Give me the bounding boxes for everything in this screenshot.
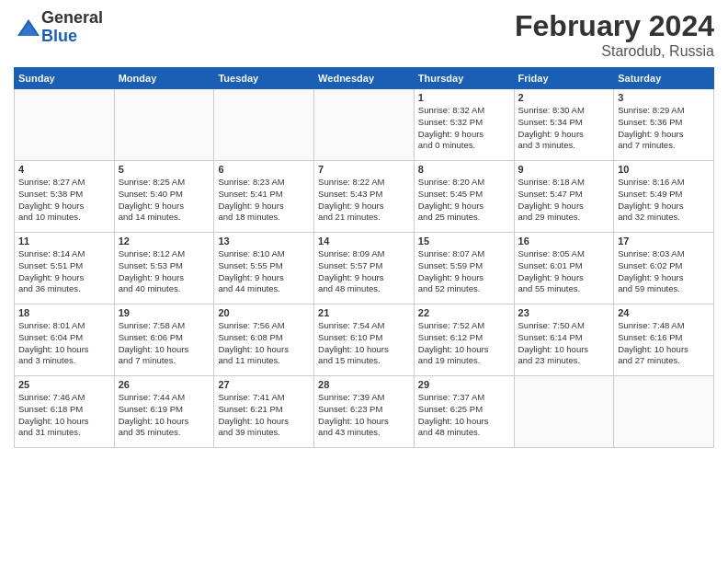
calendar-cell: 4Sunrise: 8:27 AM Sunset: 5:38 PM Daylig…	[15, 161, 115, 233]
day-number: 19	[119, 307, 210, 318]
day-info: Sunrise: 8:30 AM Sunset: 5:34 PM Dayligh…	[518, 105, 610, 152]
week-row-2: 11Sunrise: 8:14 AM Sunset: 5:51 PM Dayli…	[15, 233, 714, 304]
day-info: Sunrise: 8:25 AM Sunset: 5:40 PM Dayligh…	[119, 177, 210, 224]
day-info: Sunrise: 8:27 AM Sunset: 5:38 PM Dayligh…	[18, 177, 110, 224]
calendar-cell: 1Sunrise: 8:32 AM Sunset: 5:32 PM Daylig…	[414, 89, 514, 161]
day-info: Sunrise: 8:23 AM Sunset: 5:41 PM Dayligh…	[218, 177, 310, 224]
calendar-cell: 23Sunrise: 7:50 AM Sunset: 6:14 PM Dayli…	[514, 304, 614, 376]
day-number: 29	[418, 379, 510, 390]
day-info: Sunrise: 7:44 AM Sunset: 6:19 PM Dayligh…	[119, 392, 210, 439]
day-number: 20	[218, 307, 310, 318]
week-row-1: 4Sunrise: 8:27 AM Sunset: 5:38 PM Daylig…	[15, 161, 714, 233]
day-info: Sunrise: 7:54 AM Sunset: 6:10 PM Dayligh…	[318, 320, 410, 367]
weekday-header-wednesday: Wednesday	[314, 68, 415, 89]
day-info: Sunrise: 8:01 AM Sunset: 6:04 PM Dayligh…	[18, 320, 110, 367]
day-info: Sunrise: 7:52 AM Sunset: 6:12 PM Dayligh…	[418, 320, 510, 367]
day-info: Sunrise: 8:09 AM Sunset: 5:57 PM Dayligh…	[318, 248, 410, 295]
day-info: Sunrise: 7:37 AM Sunset: 6:25 PM Dayligh…	[418, 392, 510, 439]
calendar-cell: 27Sunrise: 7:41 AM Sunset: 6:21 PM Dayli…	[214, 376, 314, 448]
day-info: Sunrise: 8:12 AM Sunset: 5:53 PM Dayligh…	[119, 248, 210, 295]
calendar-cell	[614, 376, 714, 448]
day-number: 28	[318, 379, 410, 390]
weekday-header-sunday: Sunday	[15, 68, 115, 89]
calendar-cell	[15, 89, 115, 161]
calendar-cell: 28Sunrise: 7:39 AM Sunset: 6:23 PM Dayli…	[314, 376, 415, 448]
day-number: 16	[518, 236, 610, 247]
day-info: Sunrise: 8:03 AM Sunset: 6:02 PM Dayligh…	[618, 248, 710, 295]
day-number: 26	[119, 379, 210, 390]
day-number: 12	[119, 236, 210, 247]
calendar-cell: 14Sunrise: 8:09 AM Sunset: 5:57 PM Dayli…	[314, 233, 415, 304]
day-number: 11	[18, 236, 110, 247]
weekday-header-saturday: Saturday	[614, 68, 714, 89]
month-year: February 2024	[515, 9, 714, 43]
day-info: Sunrise: 8:10 AM Sunset: 5:55 PM Dayligh…	[218, 248, 310, 295]
calendar-cell	[514, 376, 614, 448]
calendar-cell: 10Sunrise: 8:16 AM Sunset: 5:49 PM Dayli…	[614, 161, 714, 233]
day-info: Sunrise: 7:50 AM Sunset: 6:14 PM Dayligh…	[518, 320, 610, 367]
title-block: February 2024 Starodub, Russia	[515, 9, 714, 60]
calendar-cell: 3Sunrise: 8:29 AM Sunset: 5:36 PM Daylig…	[614, 89, 714, 161]
logo: General Blue	[14, 9, 103, 46]
day-number: 5	[119, 164, 210, 175]
day-number: 2	[518, 92, 610, 103]
calendar-cell: 8Sunrise: 8:20 AM Sunset: 5:45 PM Daylig…	[414, 161, 514, 233]
calendar-cell	[214, 89, 314, 161]
day-info: Sunrise: 8:32 AM Sunset: 5:32 PM Dayligh…	[418, 105, 510, 152]
calendar-cell: 21Sunrise: 7:54 AM Sunset: 6:10 PM Dayli…	[314, 304, 415, 376]
day-info: Sunrise: 8:14 AM Sunset: 5:51 PM Dayligh…	[18, 248, 110, 295]
calendar-cell: 26Sunrise: 7:44 AM Sunset: 6:19 PM Dayli…	[114, 376, 214, 448]
day-info: Sunrise: 8:05 AM Sunset: 6:01 PM Dayligh…	[518, 248, 610, 295]
day-number: 3	[618, 92, 710, 103]
day-number: 24	[618, 307, 710, 318]
weekday-header-row: SundayMondayTuesdayWednesdayThursdayFrid…	[15, 68, 714, 89]
calendar-cell	[114, 89, 214, 161]
weekday-header-tuesday: Tuesday	[214, 68, 314, 89]
day-info: Sunrise: 7:39 AM Sunset: 6:23 PM Dayligh…	[318, 392, 410, 439]
calendar-cell: 6Sunrise: 8:23 AM Sunset: 5:41 PM Daylig…	[214, 161, 314, 233]
day-number: 10	[618, 164, 710, 175]
calendar-cell: 5Sunrise: 8:25 AM Sunset: 5:40 PM Daylig…	[114, 161, 214, 233]
calendar-cell: 29Sunrise: 7:37 AM Sunset: 6:25 PM Dayli…	[414, 376, 514, 448]
calendar-cell: 16Sunrise: 8:05 AM Sunset: 6:01 PM Dayli…	[514, 233, 614, 304]
day-number: 8	[418, 164, 510, 175]
day-info: Sunrise: 7:56 AM Sunset: 6:08 PM Dayligh…	[218, 320, 310, 367]
calendar-cell: 20Sunrise: 7:56 AM Sunset: 6:08 PM Dayli…	[214, 304, 314, 376]
day-number: 6	[218, 164, 310, 175]
day-number: 22	[418, 307, 510, 318]
week-row-4: 25Sunrise: 7:46 AM Sunset: 6:18 PM Dayli…	[15, 376, 714, 448]
day-number: 18	[18, 307, 110, 318]
day-info: Sunrise: 8:18 AM Sunset: 5:47 PM Dayligh…	[518, 177, 610, 224]
weekday-header-monday: Monday	[114, 68, 214, 89]
calendar-cell: 24Sunrise: 7:48 AM Sunset: 6:16 PM Dayli…	[614, 304, 714, 376]
day-info: Sunrise: 8:20 AM Sunset: 5:45 PM Dayligh…	[418, 177, 510, 224]
header: General Blue February 2024 Starodub, Rus…	[14, 9, 714, 60]
day-number: 27	[218, 379, 310, 390]
day-number: 17	[618, 236, 710, 247]
calendar-cell: 12Sunrise: 8:12 AM Sunset: 5:53 PM Dayli…	[114, 233, 214, 304]
calendar-cell: 15Sunrise: 8:07 AM Sunset: 5:59 PM Dayli…	[414, 233, 514, 304]
day-info: Sunrise: 7:46 AM Sunset: 6:18 PM Dayligh…	[18, 392, 110, 439]
day-info: Sunrise: 8:16 AM Sunset: 5:49 PM Dayligh…	[618, 177, 710, 224]
day-number: 1	[418, 92, 510, 103]
day-number: 25	[18, 379, 110, 390]
day-number: 15	[418, 236, 510, 247]
calendar-cell: 19Sunrise: 7:58 AM Sunset: 6:06 PM Dayli…	[114, 304, 214, 376]
week-row-3: 18Sunrise: 8:01 AM Sunset: 6:04 PM Dayli…	[15, 304, 714, 376]
weekday-header-friday: Friday	[514, 68, 614, 89]
calendar-cell: 13Sunrise: 8:10 AM Sunset: 5:55 PM Dayli…	[214, 233, 314, 304]
calendar: SundayMondayTuesdayWednesdayThursdayFrid…	[14, 67, 714, 448]
day-info: Sunrise: 8:07 AM Sunset: 5:59 PM Dayligh…	[418, 248, 510, 295]
calendar-cell: 9Sunrise: 8:18 AM Sunset: 5:47 PM Daylig…	[514, 161, 614, 233]
calendar-cell: 22Sunrise: 7:52 AM Sunset: 6:12 PM Dayli…	[414, 304, 514, 376]
day-info: Sunrise: 8:22 AM Sunset: 5:43 PM Dayligh…	[318, 177, 410, 224]
day-number: 9	[518, 164, 610, 175]
day-info: Sunrise: 8:29 AM Sunset: 5:36 PM Dayligh…	[618, 105, 710, 152]
logo-text: General Blue	[41, 9, 103, 46]
location: Starodub, Russia	[515, 43, 714, 60]
weekday-header-thursday: Thursday	[414, 68, 514, 89]
calendar-cell: 7Sunrise: 8:22 AM Sunset: 5:43 PM Daylig…	[314, 161, 415, 233]
day-number: 4	[18, 164, 110, 175]
calendar-cell: 18Sunrise: 8:01 AM Sunset: 6:04 PM Dayli…	[15, 304, 115, 376]
day-info: Sunrise: 7:41 AM Sunset: 6:21 PM Dayligh…	[218, 392, 310, 439]
